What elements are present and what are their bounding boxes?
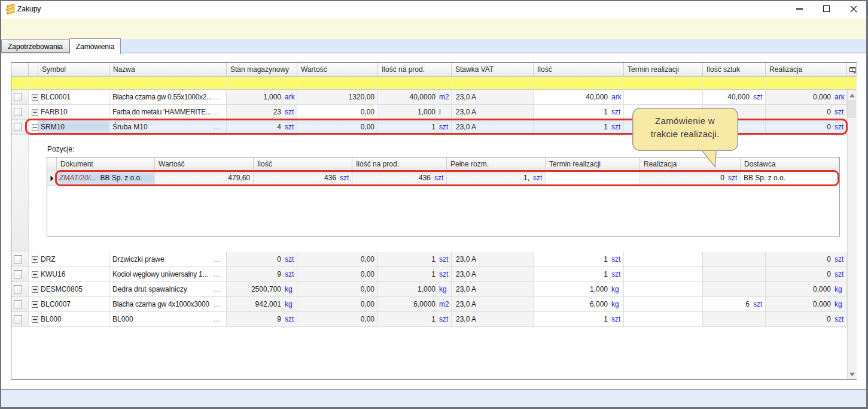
svg-text:trakcie realizacji.: trakcie realizacji. xyxy=(651,129,720,139)
svg-text:Zamówienie w: Zamówienie w xyxy=(655,116,715,126)
